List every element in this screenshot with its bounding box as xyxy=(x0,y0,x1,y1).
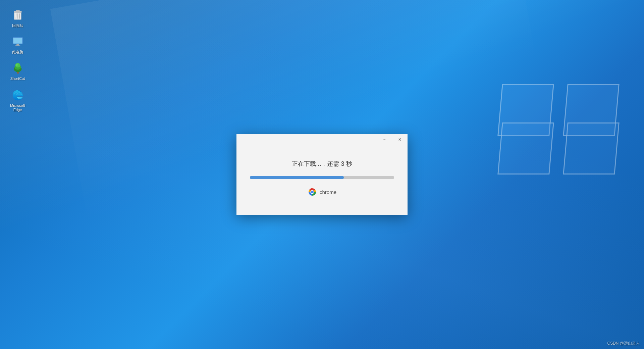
minimize-button[interactable]: − xyxy=(377,134,392,145)
dialog-content: 正在下载...，还需 3 秒 xyxy=(236,145,408,215)
progress-bar-container xyxy=(250,176,394,179)
svg-point-17 xyxy=(311,191,314,193)
progress-bar-fill xyxy=(250,176,344,179)
dialog-overlay: − ✕ 正在下载...，还需 3 秒 xyxy=(0,0,644,349)
chrome-logo-icon xyxy=(308,187,317,197)
download-status-text: 正在下载...，还需 3 秒 xyxy=(292,160,352,168)
dialog-titlebar: − ✕ xyxy=(236,134,408,145)
csdn-watermark: CSDN @远山道人 xyxy=(607,341,640,346)
close-button[interactable]: ✕ xyxy=(392,134,408,145)
chrome-label-text: chrome xyxy=(320,189,336,195)
chrome-logo-area: chrome xyxy=(308,187,336,197)
download-dialog: − ✕ 正在下载...，还需 3 秒 xyxy=(236,134,408,215)
desktop: 回收站 此电脑 xyxy=(0,0,644,349)
